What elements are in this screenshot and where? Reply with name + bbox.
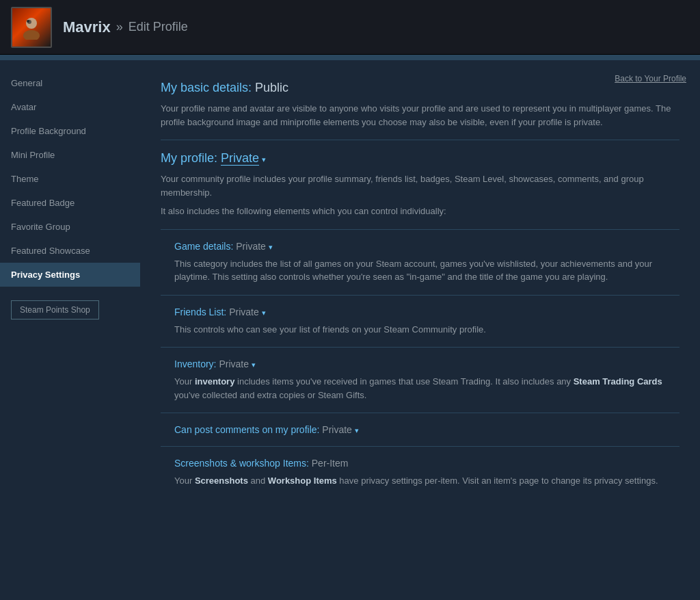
svg-point-1 (23, 30, 40, 40)
game-details-section: Game details: Private▾ This category inc… (161, 241, 679, 284)
main-container: General Avatar Profile Background Mini P… (0, 60, 700, 600)
game-details-label: Game details: (174, 241, 233, 252)
sidebar-item-theme[interactable]: Theme (0, 167, 140, 191)
inventory-section: Inventory: Private▾ Your inventory inclu… (161, 358, 679, 402)
divider-sub-2 (161, 295, 679, 296)
my-profile-section: My profile: Private▾ Your community prof… (161, 151, 679, 488)
inventory-bold-1: inventory (195, 376, 235, 387)
inventory-value[interactable]: Private (219, 358, 249, 369)
sidebar-item-mini-profile[interactable]: Mini Profile (0, 143, 140, 167)
screenshots-workshop-desc: Your Screenshots and Workshop Items have… (174, 474, 679, 488)
my-profile-value[interactable]: Private (221, 151, 259, 166)
divider-sub-5 (161, 446, 679, 447)
screenshots-bold: Screenshots (195, 475, 248, 486)
sidebar-item-general[interactable]: General (0, 71, 140, 95)
steam-points-shop-button[interactable]: Steam Points Shop (11, 300, 99, 319)
can-post-comments-label: Can post comments on my profile: (174, 424, 319, 435)
workshop-bold: Workshop Items (268, 475, 337, 486)
svg-point-0 (26, 18, 37, 29)
divider-sub-3 (161, 347, 679, 348)
back-to-profile-link[interactable]: Back to Your Profile (615, 74, 686, 83)
friends-list-header: Friends List: Private▾ (174, 306, 679, 317)
divider-1 (161, 140, 679, 140)
screenshots-workshop-header: Screenshots & workshop Items: Per-Item (174, 458, 679, 469)
friends-list-value[interactable]: Private (229, 306, 259, 317)
friends-list-label: Friends List: (174, 306, 226, 317)
divider-sub-1 (161, 229, 679, 230)
sidebar-item-featured-badge[interactable]: Featured Badge (0, 191, 140, 215)
basic-details-header: My basic details: Public (161, 81, 679, 95)
basic-details-label: My basic details: (161, 81, 252, 94)
can-post-comments-value[interactable]: Private (322, 424, 352, 435)
basic-details-desc: Your profile name and avatar are visible… (161, 102, 679, 129)
game-details-value[interactable]: Private (236, 241, 266, 252)
avatar-image (19, 15, 44, 40)
my-profile-header: My profile: Private▾ (161, 151, 679, 166)
username: Mavrix (63, 18, 111, 36)
sidebar: General Avatar Profile Background Mini P… (0, 60, 140, 600)
inventory-header: Inventory: Private▾ (174, 358, 679, 369)
my-profile-label: My profile: (161, 151, 217, 165)
friends-list-arrow[interactable]: ▾ (262, 309, 266, 317)
game-details-header: Game details: Private▾ (174, 241, 679, 252)
sidebar-item-avatar[interactable]: Avatar (0, 95, 140, 119)
header-title-area: Mavrix » Edit Profile (63, 18, 188, 36)
my-profile-desc2: It also includes the following elements … (161, 205, 679, 218)
header: Mavrix » Edit Profile (0, 0, 700, 55)
screenshots-workshop-label: Screenshots & workshop Items: (174, 458, 309, 469)
game-details-arrow[interactable]: ▾ (269, 243, 273, 252)
can-post-comments-arrow[interactable]: ▾ (355, 426, 359, 435)
header-edit-profile-label: Edit Profile (129, 20, 188, 34)
screenshots-workshop-section: Screenshots & workshop Items: Per-Item Y… (161, 458, 679, 488)
header-separator: » (116, 20, 123, 34)
top-bar (0, 55, 700, 60)
sidebar-bottom: Steam Points Shop (0, 300, 140, 319)
can-post-comments-header: Can post comments on my profile: Private… (174, 424, 679, 435)
sidebar-item-profile-background[interactable]: Profile Background (0, 119, 140, 143)
inventory-desc: Your inventory includes items you've rec… (174, 375, 679, 402)
inventory-arrow[interactable]: ▾ (252, 361, 256, 369)
inventory-label: Inventory: (174, 358, 216, 369)
my-profile-desc1: Your community profile includes your pro… (161, 172, 679, 199)
friends-list-section: Friends List: Private▾ This controls who… (161, 306, 679, 337)
basic-details-section: My basic details: Public Your profile na… (161, 81, 679, 129)
inventory-bold-2: Steam Trading Cards (574, 376, 662, 387)
screenshots-workshop-value: Per-Item (312, 458, 349, 469)
sidebar-item-favorite-group[interactable]: Favorite Group (0, 215, 140, 239)
friends-list-desc: This controls who can see your list of f… (174, 323, 679, 337)
can-post-comments-section: Can post comments on my profile: Private… (161, 424, 679, 435)
game-details-desc: This category includes the list of all g… (174, 257, 679, 284)
basic-details-value: Public (255, 81, 288, 94)
avatar (11, 7, 52, 48)
my-profile-arrow[interactable]: ▾ (262, 155, 266, 164)
divider-sub-4 (161, 413, 679, 413)
sidebar-item-featured-showcase[interactable]: Featured Showcase (0, 239, 140, 263)
sidebar-item-privacy-settings[interactable]: Privacy Settings (0, 263, 140, 287)
svg-point-3 (27, 20, 29, 23)
content-area: Back to Your Profile My basic details: P… (140, 60, 700, 600)
